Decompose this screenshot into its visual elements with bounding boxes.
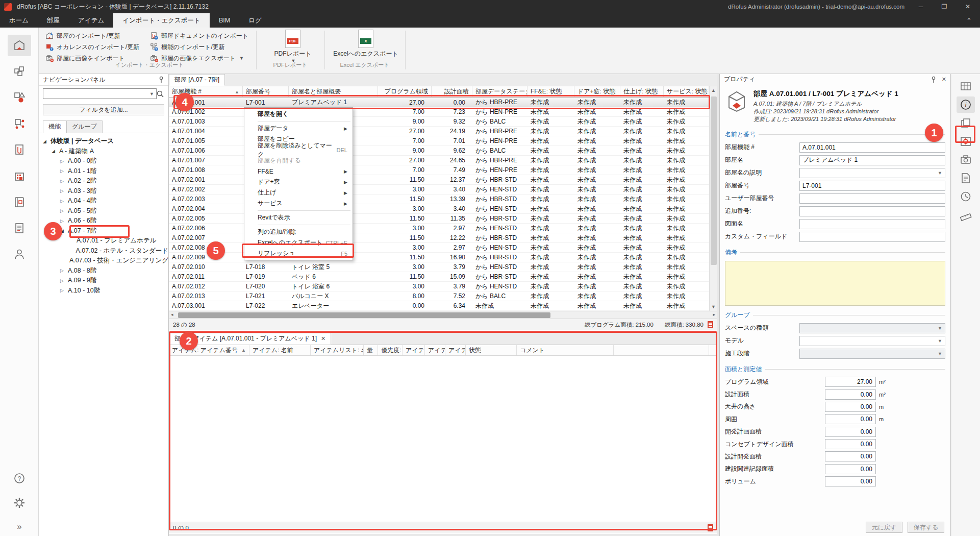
field-input[interactable]: 0.00 [825, 464, 876, 474]
field-input[interactable] [799, 232, 945, 242]
field-input[interactable]: 0.00 [825, 451, 876, 461]
menu-tab[interactable]: ホーム [0, 13, 38, 28]
field-input[interactable] [799, 193, 945, 204]
function-import-button[interactable]: 機能のインポート/更新 [147, 41, 257, 53]
tree-item[interactable]: A.07.02 - ホテル・スタンダード [39, 246, 168, 256]
collapse-ribbon-icon[interactable]: ⌃ [958, 13, 980, 28]
maximize-button[interactable]: ❐ [937, 3, 951, 10]
room-import-button[interactable]: 部屋のインポート/更新 [43, 30, 147, 41]
scroll-up-icon[interactable]: ▲ [710, 86, 717, 93]
pin-icon[interactable] [931, 76, 937, 83]
tree-item[interactable]: A.07.03 - 技術・エンジニアリング [39, 256, 168, 266]
table-row[interactable]: A.07.02.010L7-018トイレ 浴室 53.003.79から HEN-… [169, 262, 717, 272]
menu-item[interactable]: 列の追加/削除 [244, 227, 353, 237]
tree-item[interactable]: ▷A.09 - 9階 [39, 276, 168, 286]
tree-expander-icon[interactable]: ▷ [60, 268, 68, 273]
scrollbar-thumb[interactable] [178, 312, 550, 318]
tree-item[interactable]: ▷A.02 - 2階 [39, 176, 168, 186]
scroll-down-icon[interactable]: ▼ [710, 304, 717, 309]
field-input[interactable]: A.07.01.001 [799, 142, 945, 153]
field-select[interactable]: ▼ [799, 323, 945, 333]
tree-item[interactable]: ▷A.04 - 4階 [39, 196, 168, 206]
buildings-module-icon[interactable] [8, 165, 31, 187]
field-input[interactable]: 27.00 [825, 377, 876, 387]
menu-tab[interactable]: ログ [239, 13, 271, 28]
room-document-import-button[interactable]: 部屋ドキュメントのインポート [147, 30, 257, 41]
tree-item[interactable]: ◢A - 建築物 A [39, 147, 168, 157]
occurrence-import-button[interactable]: オカレンスのインポート/更新 [43, 41, 147, 53]
tree-expander-icon[interactable]: ▷ [60, 218, 68, 224]
attachments-module-icon[interactable] [8, 139, 31, 160]
menu-item[interactable]: Revitで表示 [244, 212, 353, 223]
reports-module-icon[interactable] [8, 217, 31, 239]
tree-expander-icon[interactable]: ◢ [52, 149, 59, 154]
expand-strip-icon[interactable]: » [8, 516, 31, 536]
measure-panel-icon[interactable] [957, 207, 975, 223]
camera-panel-icon[interactable] [957, 152, 975, 168]
tree-item[interactable]: ▷A.03 - 3階 [39, 186, 168, 197]
tree-expander-icon[interactable]: ▷ [60, 208, 68, 213]
save-button[interactable]: 保存する [908, 522, 944, 533]
search-icon[interactable] [156, 90, 164, 98]
items-module-icon[interactable] [8, 60, 31, 82]
menu-tab[interactable]: インポート・エクスポート [113, 13, 210, 28]
field-input[interactable]: 0.00 [825, 402, 876, 412]
table-row[interactable]: A.07.02.011L7-019ベッド 611.5015.09から HBR-S… [169, 272, 717, 282]
help-icon[interactable]: ? [8, 468, 31, 489]
field-select[interactable]: ▼ [799, 336, 945, 346]
tree-expander-icon[interactable]: ▷ [60, 179, 68, 184]
menu-item[interactable]: 部屋を開く [244, 109, 353, 119]
memo-textarea[interactable] [725, 261, 945, 306]
tree-expander-icon[interactable]: ▷ [60, 199, 68, 204]
menu-tab[interactable]: アイテム [69, 13, 113, 28]
undo-button[interactable]: 元に戻す [866, 522, 902, 533]
catalog-module-icon[interactable] [8, 191, 31, 213]
chevron-down-icon[interactable]: ▼ [149, 91, 154, 96]
tree-item[interactable]: ▷A.00 - 0階 [39, 156, 168, 166]
occurrences-module-icon[interactable] [8, 113, 31, 134]
field-input[interactable]: 0.00 [825, 476, 876, 486]
menu-tab[interactable]: BIM [210, 13, 239, 28]
table-row[interactable]: A.07.02.012L7-020トイレ 浴室 63.003.79から HEN-… [169, 282, 717, 291]
vertical-scrollbar[interactable]: ▲ ▼ [709, 86, 717, 311]
nav-tab[interactable]: グループ [66, 120, 103, 133]
contacts-module-icon[interactable] [8, 243, 31, 265]
scroll-right-icon[interactable]: ▸ [713, 312, 715, 317]
field-select[interactable]: ▼ [799, 349, 945, 359]
menu-item[interactable]: ドア+窓▶ [244, 177, 353, 187]
systems-module-icon[interactable] [8, 87, 31, 108]
grid-view-icon[interactable] [957, 78, 975, 94]
field-input[interactable]: 0.00 [825, 414, 876, 424]
field-input[interactable]: 0.00 [825, 389, 876, 400]
field-input[interactable]: プレミアムベッド 1 [799, 155, 945, 165]
pin-icon[interactable] [158, 76, 164, 83]
report-page-icon[interactable] [708, 321, 713, 328]
tree-expander-icon[interactable]: ▷ [60, 159, 68, 164]
room-list-tab[interactable]: 部屋 [A.07 - 7階] [169, 74, 225, 86]
search-input[interactable] [43, 88, 157, 99]
close-panel-icon[interactable]: ✕ [942, 76, 946, 83]
field-select[interactable]: ▼ [799, 168, 945, 178]
rooms-module-icon[interactable] [8, 35, 31, 56]
table-row[interactable]: A.07.02.013L7-021バルコニー X8.007.52から BALC未… [169, 291, 717, 301]
field-input[interactable]: 0.00 [825, 427, 876, 437]
tree-expander-icon[interactable]: ▷ [60, 288, 68, 293]
field-input[interactable] [799, 206, 945, 216]
menu-item[interactable]: 部屋データ▶ [244, 123, 353, 134]
info-panel-icon[interactable]: i [957, 96, 975, 113]
close-button[interactable]: ✕ [961, 3, 975, 10]
field-input[interactable]: 0.00 [825, 439, 876, 449]
table-row[interactable]: A.07.03.001L7-022エレベーター0.006.34未作成未作成未作成… [169, 301, 717, 311]
horizontal-scrollbar[interactable]: ◂ ▸ [169, 311, 717, 319]
menu-item[interactable]: 部屋を削除済みとしてマークDEL [244, 144, 353, 155]
tree-item[interactable]: ▷A.08 - 8階 [39, 266, 168, 276]
tree-item[interactable]: ▷A.01 - 1階 [39, 166, 168, 177]
field-input[interactable] [799, 219, 945, 229]
nav-tab[interactable]: 機能 [43, 120, 66, 133]
tree-expander-icon[interactable]: ◢ [43, 139, 51, 144]
tree-item[interactable]: ▷A.10 - 10階 [39, 286, 168, 296]
menu-item[interactable]: 仕上げ▶ [244, 187, 353, 198]
history-panel-icon[interactable] [957, 188, 975, 205]
field-input[interactable]: L7-001 [799, 181, 945, 191]
tree-item[interactable]: ◢体験版 | データベース [39, 136, 168, 147]
